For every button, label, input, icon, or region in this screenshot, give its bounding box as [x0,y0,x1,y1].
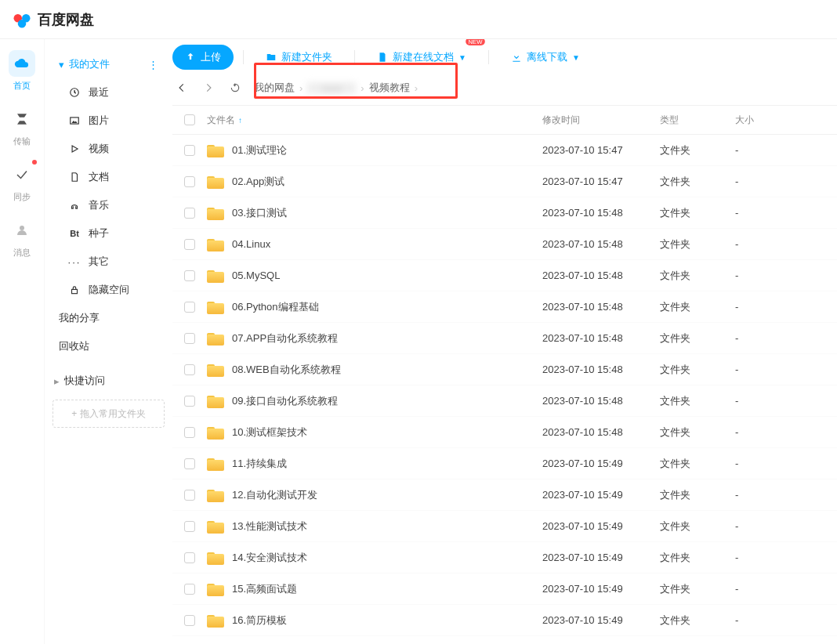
row-checkbox[interactable] [184,552,195,563]
rail-transfer[interactable]: 传输 [9,106,35,147]
file-name[interactable]: 08.WEB自动化系统教程 [232,363,341,377]
file-list[interactable]: 01.测试理论2023-07-10 15:47文件夹-02.App测试2023-… [172,135,837,644]
file-name[interactable]: 10.测试框架技术 [232,425,307,440]
file-name[interactable]: 13.性能测试技术 [232,519,307,534]
table-row[interactable]: 05.MySQL2023-07-10 15:48文件夹- [172,260,837,291]
breadcrumb-root[interactable]: 我的网盘 [254,81,295,95]
sidebar-item-more[interactable]: ···其它 [53,248,165,276]
row-checkbox[interactable] [184,427,195,438]
folder-icon [207,363,224,377]
select-all-checkbox[interactable] [184,114,195,125]
rail-home[interactable]: 首页 [9,50,35,92]
column-size[interactable]: 大小 [735,114,837,127]
folder-icon [207,613,224,628]
sidebar-item-doc[interactable]: 文档 [53,163,165,191]
file-size: - [735,301,837,313]
table-row[interactable]: 15.高频面试题2023-07-10 15:49文件夹- [172,573,837,605]
sort-asc-icon: ↑ [238,116,242,125]
upload-button[interactable]: 上传 [172,45,234,70]
row-checkbox[interactable] [184,584,195,595]
column-time[interactable]: 修改时间 [542,114,660,127]
clock-icon [68,86,81,99]
file-name[interactable]: 15.高频面试题 [232,582,297,596]
table-row[interactable]: 10.测试框架技术2023-07-10 15:48文件夹- [172,417,837,448]
file-size: - [735,144,837,156]
nav-forward-button[interactable] [199,78,218,97]
table-row[interactable]: 04.Linux2023-07-10 15:48文件夹- [172,229,837,260]
breadcrumb-mid[interactable]: ------ [307,82,356,94]
sidebar-item-bt[interactable]: Bt种子 [53,219,165,248]
row-checkbox[interactable] [184,145,195,156]
table-row[interactable]: 09.接口自动化系统教程2023-07-10 15:48文件夹- [172,385,837,417]
left-rail: 首页 传输 同步 消息 [0,39,44,644]
nav-refresh-button[interactable] [226,78,245,97]
sidebar-item-music[interactable]: 音乐 [53,191,165,219]
row-checkbox[interactable] [184,270,195,281]
column-name[interactable]: 文件名 ↑ [207,114,542,127]
row-checkbox[interactable] [184,302,195,313]
file-name[interactable]: 07.APP自动化系统教程 [232,331,338,346]
table-row[interactable]: 01.测试理论2023-07-10 15:47文件夹- [172,135,837,166]
column-type[interactable]: 类型 [660,114,735,127]
file-type: 文件夹 [660,300,735,314]
chevron-down-icon: ▾ [59,59,64,71]
file-name[interactable]: 06.Python编程基础 [232,300,319,314]
doc-icon [68,171,81,183]
offline-download-button[interactable]: 离线下载 ▼ [498,45,592,70]
table-row[interactable]: 02.App测试2023-07-10 15:47文件夹- [172,166,837,197]
table-row[interactable]: 03.接口测试2023-07-10 15:48文件夹- [172,197,837,229]
row-checkbox[interactable] [184,615,195,626]
rail-msg[interactable]: 消息 [9,217,35,259]
row-checkbox[interactable] [184,333,195,344]
file-time: 2023-07-10 15:49 [542,552,660,563]
file-type: 文件夹 [660,363,735,377]
table-row[interactable]: 08.WEB自动化系统教程2023-07-10 15:48文件夹- [172,354,837,385]
file-name[interactable]: 11.持续集成 [232,457,287,471]
file-name[interactable]: 16.简历模板 [232,613,287,628]
table-row[interactable]: 16.简历模板2023-07-10 15:49文件夹- [172,605,837,636]
file-size: - [735,207,837,219]
sidebar-myshare[interactable]: 我的分享 [53,304,165,332]
rail-sync[interactable]: 同步 [9,161,35,203]
row-checkbox[interactable] [184,458,195,469]
file-size: - [735,426,837,438]
file-name[interactable]: 05.MySQL [232,270,280,281]
file-name[interactable]: 09.接口自动化系统教程 [232,394,338,408]
row-checkbox[interactable] [184,521,195,532]
sidebar-myfiles[interactable]: ▾ 我的文件 ⋮ [53,50,165,78]
row-checkbox[interactable] [184,239,195,250]
sidebar-item-image[interactable]: 图片 [53,107,165,135]
file-name[interactable]: 14.安全测试技术 [232,551,307,565]
table-row[interactable]: 13.性能测试技术2023-07-10 15:49文件夹- [172,511,837,542]
table-row[interactable]: 11.持续集成2023-07-10 15:49文件夹- [172,448,837,479]
file-time: 2023-07-10 15:48 [542,364,660,375]
table-row[interactable]: 06.Python编程基础2023-07-10 15:48文件夹- [172,291,837,323]
file-name[interactable]: 04.Linux [232,238,270,250]
nav-back-button[interactable] [172,78,191,97]
file-name[interactable]: 02.App测试 [232,175,284,189]
row-checkbox[interactable] [184,364,195,375]
row-checkbox[interactable] [184,208,195,219]
row-checkbox[interactable] [184,396,195,407]
file-name[interactable]: 01.测试理论 [232,143,287,157]
more-menu-icon[interactable]: ⋮ [148,59,158,71]
music-icon [68,199,81,212]
row-checkbox[interactable] [184,490,195,501]
row-checkbox[interactable] [184,176,195,187]
file-time: 2023-07-10 15:47 [542,175,660,187]
table-row[interactable]: 07.APP自动化系统教程2023-07-10 15:48文件夹- [172,323,837,354]
sidebar-quick-access[interactable]: ▸ 快捷访问 [53,367,165,395]
sidebar-recycle[interactable]: 回收站 [53,332,165,360]
new-folder-button[interactable]: 新建文件夹 [253,45,345,70]
sidebar-item-lock[interactable]: 隐藏空间 [53,276,165,304]
folder-icon [207,237,224,251]
table-row[interactable]: 12.自动化测试开发2023-07-10 15:49文件夹- [172,479,837,511]
sidebar-item-clock[interactable]: 最近 [53,78,165,107]
table-row[interactable]: 14.安全测试技术2023-07-10 15:49文件夹- [172,542,837,573]
sidebar-item-play[interactable]: 视频 [53,135,165,163]
quick-access-dropzone[interactable]: + 拖入常用文件夹 [53,400,165,428]
breadcrumb-current[interactable]: 视频教程 [369,81,410,95]
new-online-doc-button[interactable]: 新建在线文档 ▼ [364,45,479,70]
file-name[interactable]: 12.自动化测试开发 [232,488,317,502]
file-name[interactable]: 03.接口测试 [232,206,287,220]
